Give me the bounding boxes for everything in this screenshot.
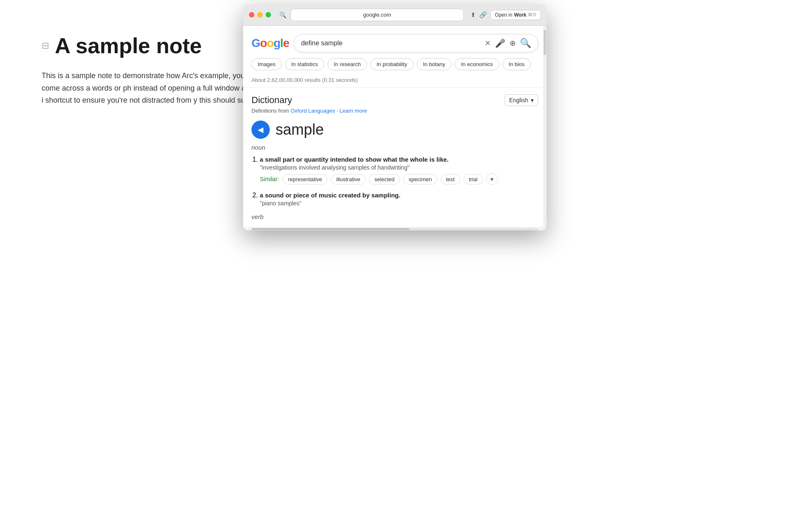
pos-verb-label: verb: [251, 213, 538, 220]
language-dropdown[interactable]: English ▾: [505, 94, 538, 106]
oxford-languages-link[interactable]: Oxford Languages: [291, 108, 335, 114]
keyboard-shortcut: ⌘O: [528, 12, 536, 17]
url-bar[interactable]: google.com: [291, 9, 464, 21]
scroll-thumb[interactable]: [251, 228, 409, 230]
logo-o1: o: [260, 37, 267, 49]
browser-window: 🔍 google.com ⬆ 🔗 Open in Work ⌘O Google …: [243, 4, 547, 230]
clear-search-button[interactable]: ✕: [485, 39, 491, 48]
filter-tabs: Images In statistics In research In prob…: [243, 52, 547, 74]
similar-tag-representative[interactable]: representative: [283, 174, 328, 185]
open-in-work-app: Work: [514, 12, 527, 18]
search-submit-icon[interactable]: 🔍: [520, 38, 531, 49]
definitions-from: Definitions from Oxford Languages · Lear…: [251, 108, 538, 114]
open-in-work-label: Open in: [495, 12, 512, 18]
definition-example-1: "investigations involved analysing sampl…: [260, 164, 538, 171]
browser-content: Google define sample ✕ 🎤 ⊕ 🔍 Images In s…: [243, 26, 547, 230]
note-icon: ⊟: [42, 40, 49, 51]
pos-noun-label: noun: [251, 144, 538, 151]
traffic-lights: [249, 12, 271, 17]
logo-o2: o: [267, 37, 273, 49]
similar-tag-trial[interactable]: trial: [463, 174, 483, 185]
chevron-down-icon: ▾: [531, 97, 534, 103]
definition-item-2: a sound or piece of music created by sam…: [260, 192, 538, 207]
filter-tab-botany[interactable]: In botany: [417, 58, 452, 70]
google-logo: Google: [251, 37, 289, 50]
maximize-button[interactable]: [266, 12, 271, 17]
google-search-area: Google define sample ✕ 🎤 ⊕ 🔍: [243, 26, 547, 52]
word-header: ◀ sample: [251, 121, 538, 139]
minimize-button[interactable]: [257, 12, 263, 17]
image-search-icon[interactable]: ⊕: [510, 39, 516, 48]
filter-tab-research[interactable]: In research: [328, 58, 367, 70]
logo-e: e: [283, 37, 289, 49]
filter-tab-probability[interactable]: In probability: [370, 58, 414, 70]
dictionary-section-title: Dictionary: [251, 95, 292, 106]
scroll-indicator: [243, 227, 547, 230]
open-in-work-button[interactable]: Open in Work ⌘O: [490, 10, 541, 20]
close-button[interactable]: [249, 12, 254, 17]
filter-tab-statistics[interactable]: In statistics: [285, 58, 324, 70]
similar-tag-test[interactable]: test: [441, 174, 460, 185]
definition-example-2: "piano samples": [260, 200, 538, 207]
similar-tag-illustrative[interactable]: illustrative: [331, 174, 366, 185]
definition-list: a small part or quantity intended to sho…: [251, 156, 538, 207]
logo-g: G: [251, 37, 260, 49]
filter-tab-images[interactable]: Images: [251, 58, 282, 70]
search-bar[interactable]: define sample ✕ 🎤 ⊕ 🔍: [294, 34, 538, 52]
filter-tab-economics[interactable]: In economics: [455, 58, 499, 70]
similar-tag-specimen[interactable]: specimen: [403, 174, 437, 185]
similar-section-1: Similar: representative illustrative sel…: [260, 173, 538, 185]
filter-tab-bios[interactable]: In bios: [502, 58, 531, 70]
definition-text-1: a small part or quantity intended to sho…: [260, 156, 538, 163]
voice-search-icon[interactable]: 🎤: [495, 38, 505, 48]
dictionary-section: Dictionary English ▾ Definitions from Ox…: [243, 88, 547, 227]
definition-item-1: a small part or quantity intended to sho…: [260, 156, 538, 185]
similar-tag-selected[interactable]: selected: [369, 174, 400, 185]
learn-more-link[interactable]: Learn more: [340, 108, 367, 114]
vertical-scrollbar[interactable]: [543, 26, 547, 230]
browser-titlebar: 🔍 google.com ⬆ 🔗 Open in Work ⌘O: [243, 4, 547, 26]
logo-g2: g: [273, 37, 280, 49]
url-text: google.com: [363, 12, 391, 18]
share-icon: ⬆: [470, 11, 476, 19]
definitions-from-label: Definitions from: [251, 108, 289, 114]
speaker-icon: ◀: [258, 125, 264, 134]
language-label: English: [509, 97, 528, 103]
dictionary-header: Dictionary English ▾: [251, 94, 538, 106]
chevron-down-icon-similar: ▾: [490, 176, 493, 182]
search-query: define sample: [301, 39, 480, 47]
dictionary-word: sample: [276, 121, 324, 138]
results-count: About 2,62,00,00,000 results (0.31 secon…: [243, 74, 547, 88]
browser-actions: ⬆ 🔗 Open in Work ⌘O: [470, 10, 541, 20]
audio-button[interactable]: ◀: [251, 121, 270, 139]
scroll-track: [251, 228, 538, 230]
logo-l: l: [280, 37, 283, 49]
scrollbar-thumb[interactable]: [544, 30, 546, 55]
note-title: A sample note: [55, 33, 202, 58]
definition-text-2: a sound or piece of music created by sam…: [260, 192, 538, 199]
search-icon: 🔍: [279, 12, 286, 18]
similar-label-1: Similar:: [260, 176, 279, 182]
expand-similar-button[interactable]: ▾: [486, 173, 498, 185]
link-icon: 🔗: [479, 11, 487, 19]
